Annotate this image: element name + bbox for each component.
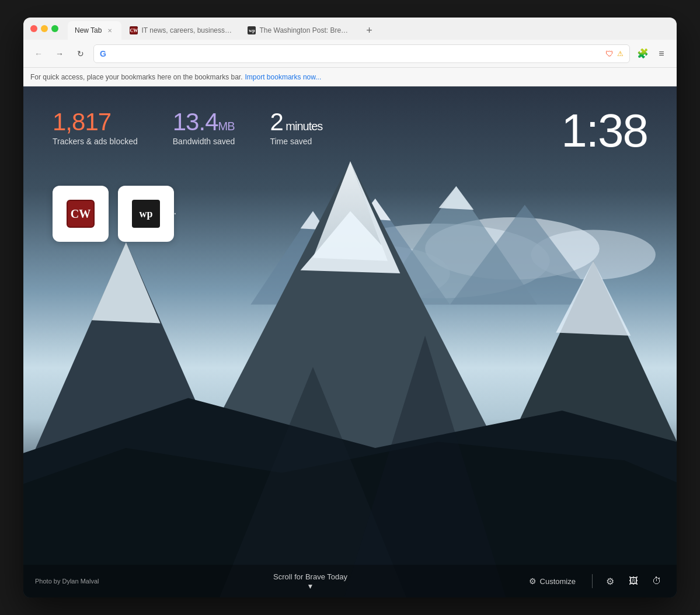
stats-container: 1,817 Trackers & ads blocked 13.4MB Band… <box>53 110 322 146</box>
more-shortcuts-button[interactable]: ··· <box>163 206 179 220</box>
titlebar: New Tab ✕ CW IT news, careers, business … <box>23 18 677 40</box>
traffic-lights <box>30 25 58 32</box>
tab-cw[interactable]: CW IT news, careers, business technolo..… <box>123 21 239 40</box>
navbar: ← → ↻ G 🛡 ⚠ 🧩 ≡ <box>23 40 677 68</box>
settings-icon[interactable]: ⚙ <box>602 573 618 589</box>
nav-right: 🧩 ≡ <box>635 46 670 62</box>
reload-button[interactable]: ↻ <box>72 46 89 62</box>
maximize-button[interactable] <box>51 25 58 32</box>
tab-favicon-cw: CW <box>130 26 138 34</box>
wallpaper-icon[interactable]: 🖼 <box>625 573 642 589</box>
tab-wp[interactable]: wp The Washington Post: Breaking New... <box>241 21 357 40</box>
warning-icon[interactable]: ⚠ <box>617 50 624 58</box>
scroll-arrow-icon: ▼ <box>99 582 521 590</box>
tab-cw-label: IT news, careers, business technolo... <box>141 26 232 34</box>
time-value: 2 minutes <box>270 110 322 134</box>
bottom-bar: Photo by Dylan Malval Scroll for Brave T… <box>23 565 677 597</box>
bottom-icons: ⚙ Customize ⚙ 🖼 ⏱ <box>522 573 665 589</box>
bandwidth-stat: 13.4MB Bandwidth saved <box>173 110 235 146</box>
browser-window: New Tab ✕ CW IT news, careers, business … <box>23 18 677 597</box>
history-icon[interactable]: ⏱ <box>649 573 665 589</box>
bookmarks-bar: For quick access, place your bookmarks h… <box>23 68 677 86</box>
tab-new-tab-label: New Tab <box>75 26 102 34</box>
time-label: Time saved <box>270 137 322 146</box>
photo-credit: Photo by Dylan Malval <box>35 578 99 585</box>
tab-favicon-wp: wp <box>248 26 256 34</box>
time-stat: 2 minutes Time saved <box>270 110 322 146</box>
tab-wp-label: The Washington Post: Breaking New... <box>259 26 350 34</box>
bottom-divider <box>592 574 593 588</box>
bandwidth-value: 13.4MB <box>173 110 235 134</box>
tabbar: New Tab ✕ CW IT news, careers, business … <box>68 18 670 40</box>
trackers-label: Trackers & ads blocked <box>53 137 138 146</box>
address-input[interactable] <box>110 49 602 58</box>
newtab-page: 1,817 Trackers & ads blocked 13.4MB Band… <box>23 86 677 597</box>
extensions-button[interactable]: 🧩 <box>635 46 651 62</box>
clock-display: 1:38 <box>561 104 647 158</box>
tab-close-new-tab[interactable]: ✕ <box>105 26 114 35</box>
minimize-button[interactable] <box>41 25 48 32</box>
trackers-stat: 1,817 Trackers & ads blocked <box>53 110 138 146</box>
new-tab-button[interactable]: + <box>361 22 377 39</box>
forward-button[interactable]: → <box>51 46 68 62</box>
shortcut-wp-favicon: wp <box>132 200 160 228</box>
menu-button[interactable]: ≡ <box>653 46 670 62</box>
address-bar[interactable]: G 🛡 ⚠ <box>93 44 630 63</box>
bookmarks-bar-text: For quick access, place your bookmarks h… <box>30 73 243 81</box>
trackers-value: 1,817 <box>53 110 138 134</box>
bandwidth-unit: MB <box>218 120 235 133</box>
shortcut-cw-favicon: CW <box>67 200 95 228</box>
brave-shield-icon[interactable]: 🛡 <box>605 49 614 58</box>
bandwidth-label: Bandwidth saved <box>173 137 235 146</box>
customize-button[interactable]: ⚙ Customize <box>522 574 583 588</box>
google-logo: G <box>100 49 106 58</box>
back-button[interactable]: ← <box>30 46 47 62</box>
time-unit: minutes <box>283 120 323 133</box>
import-bookmarks-link[interactable]: Import bookmarks now... <box>245 73 322 81</box>
scroll-brave-today[interactable]: Scroll for Brave Today ▼ <box>99 572 521 590</box>
shortcuts-container: CW wp <box>53 186 174 242</box>
close-button[interactable] <box>30 25 37 32</box>
shortcut-cw[interactable]: CW <box>53 186 109 242</box>
customize-icon: ⚙ <box>529 576 537 586</box>
mountains-illustration <box>23 86 677 597</box>
tab-new-tab[interactable]: New Tab ✕ <box>68 21 121 40</box>
